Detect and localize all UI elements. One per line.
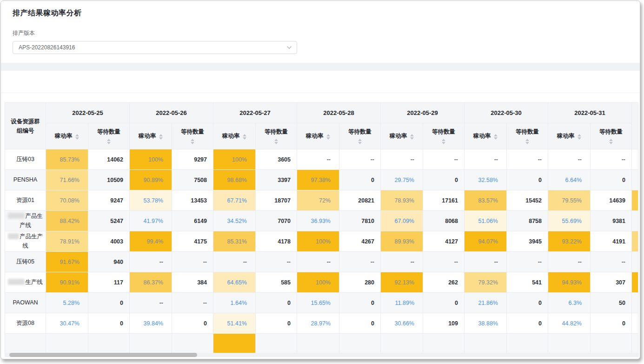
rate-cell: 100% bbox=[297, 231, 339, 252]
sort-icon[interactable] bbox=[410, 134, 414, 140]
corner-header: 设备资源群组编号 bbox=[5, 103, 46, 149]
rate-header-label: 稼动率 bbox=[557, 132, 575, 140]
rate-cell: 6.64% bbox=[548, 170, 591, 190]
wait-cell: 10509 bbox=[88, 170, 130, 190]
rate-cell: 98.68% bbox=[213, 170, 256, 190]
rate-cell: 5.28% bbox=[46, 293, 88, 313]
wait-cell: 14639 bbox=[591, 190, 632, 211]
wait-cell: 0 bbox=[256, 313, 297, 334]
wait-cell: 0 bbox=[256, 293, 297, 313]
clipped-next-cell bbox=[632, 231, 638, 252]
rate-column-header[interactable]: 稼动率 bbox=[297, 123, 339, 149]
wait-column-header[interactable]: 等待数量 bbox=[591, 123, 632, 149]
wait-cell bbox=[88, 334, 130, 353]
table-row-partial bbox=[5, 334, 638, 353]
rate-column-header[interactable]: 稼动率 bbox=[213, 123, 256, 149]
rate-column-header[interactable]: 稼动率 bbox=[381, 123, 423, 149]
wait-cell: 0 bbox=[339, 170, 381, 190]
wait-column-header[interactable]: 等待数量 bbox=[172, 123, 213, 149]
rate-cell: 29.75% bbox=[381, 170, 423, 190]
rate-cell: -- bbox=[465, 252, 507, 272]
wait-column-header[interactable]: 等待数量 bbox=[339, 123, 381, 149]
wait-cell: 0 bbox=[88, 313, 130, 334]
sort-icon[interactable] bbox=[578, 134, 581, 140]
rate-cell: 94.07% bbox=[465, 231, 507, 252]
resource-group-name: 资源01 bbox=[5, 190, 46, 211]
table-panel: 设备资源群组编号2022-05-252022-05-262022-05-2720… bbox=[1, 71, 640, 359]
panel-toolbar bbox=[1, 71, 640, 93]
wait-cell: 8068 bbox=[423, 211, 465, 231]
version-select-value: APS-20220826143916 bbox=[19, 44, 75, 51]
resource-group-name: 压铸03 bbox=[5, 149, 46, 170]
scrollbar-thumb[interactable] bbox=[9, 353, 197, 357]
sort-icon[interactable] bbox=[442, 139, 445, 144]
wait-cell: 0 bbox=[591, 313, 632, 334]
rate-column-header[interactable]: 稼动率 bbox=[130, 123, 172, 149]
rate-cell: 100% bbox=[213, 149, 256, 170]
sort-icon[interactable] bbox=[191, 139, 194, 144]
horizontal-scrollbar[interactable] bbox=[5, 353, 639, 357]
wait-cell: -- bbox=[423, 149, 465, 170]
sort-icon[interactable] bbox=[107, 139, 111, 144]
rate-cell bbox=[213, 334, 256, 353]
rate-cell: 53.78% bbox=[130, 190, 172, 211]
sort-icon[interactable] bbox=[358, 139, 362, 144]
wait-cell: -- bbox=[256, 252, 297, 272]
version-select[interactable]: APS-20220826143916 bbox=[13, 41, 297, 54]
wait-cell: 4178 bbox=[256, 231, 297, 252]
wait-column-header[interactable]: 等待数量 bbox=[507, 123, 548, 149]
wait-cell: 280 bbox=[339, 272, 381, 293]
rate-cell: 64.65% bbox=[213, 272, 256, 293]
rate-cell: 51.41% bbox=[213, 313, 256, 334]
clipped-next-column-header bbox=[632, 103, 638, 149]
clipped-next-cell bbox=[632, 149, 638, 170]
sort-icon[interactable] bbox=[159, 134, 163, 140]
wait-cell: 3605 bbox=[256, 149, 297, 170]
rate-cell: 71.66% bbox=[46, 170, 88, 190]
rate-cell: 11.89% bbox=[381, 293, 423, 313]
rate-cell bbox=[297, 334, 339, 353]
sort-icon[interactable] bbox=[243, 134, 246, 140]
rate-cell: -- bbox=[381, 149, 423, 170]
sort-icon[interactable] bbox=[609, 139, 613, 144]
rate-cell: 85.73% bbox=[46, 149, 88, 170]
wait-cell bbox=[256, 334, 297, 353]
wait-column-header[interactable]: 等待数量 bbox=[423, 123, 465, 149]
rate-cell: 41.97% bbox=[130, 211, 172, 231]
table-scroll-area: 设备资源群组编号2022-05-252022-05-262022-05-2720… bbox=[5, 102, 639, 353]
sort-icon[interactable] bbox=[274, 139, 278, 144]
wait-column-header[interactable]: 等待数量 bbox=[88, 123, 130, 149]
rate-cell: 55.69% bbox=[548, 211, 591, 231]
sort-icon[interactable] bbox=[75, 134, 79, 140]
wait-column-header[interactable]: 等待数量 bbox=[256, 123, 297, 149]
sort-icon[interactable] bbox=[525, 139, 529, 144]
rate-cell: -- bbox=[130, 293, 172, 313]
table-row: 压铸0591.67%940------------------------ bbox=[5, 252, 638, 272]
wait-cell: -- bbox=[591, 149, 632, 170]
redacted-text-blur bbox=[8, 279, 25, 285]
rate-cell: 51.06% bbox=[465, 211, 507, 231]
rate-column-header[interactable]: 稼动率 bbox=[465, 123, 507, 149]
wait-cell: 109 bbox=[423, 313, 465, 334]
rate-cell: 92.13% bbox=[381, 272, 423, 293]
date-column-header: 2022-05-30 bbox=[465, 103, 548, 123]
wait-cell: 7070 bbox=[256, 211, 297, 231]
table-row: 压铸0385.73%14062100%9297100%3605---------… bbox=[5, 149, 638, 170]
rate-cell: 67.71% bbox=[213, 190, 256, 211]
rate-cell bbox=[465, 334, 507, 353]
wait-header-label: 等待数量 bbox=[348, 128, 372, 136]
wait-cell: 18707 bbox=[256, 190, 297, 211]
rate-column-header[interactable]: 稼动率 bbox=[46, 123, 88, 149]
sort-icon[interactable] bbox=[494, 134, 498, 140]
rate-cell bbox=[130, 334, 172, 353]
wait-cell: 4175 bbox=[172, 231, 213, 252]
rate-cell: -- bbox=[465, 149, 507, 170]
wait-cell: 3397 bbox=[256, 170, 297, 190]
wait-cell bbox=[591, 334, 632, 353]
table-row: PENSHA71.66%1050990.89%750898.68%339797.… bbox=[5, 170, 638, 190]
rate-cell: 90.89% bbox=[130, 170, 172, 190]
rate-column-header[interactable]: 稼动率 bbox=[548, 123, 591, 149]
sort-icon[interactable] bbox=[326, 134, 330, 140]
rate-cell: 30.66% bbox=[381, 313, 423, 334]
wait-cell: 0 bbox=[423, 170, 465, 190]
